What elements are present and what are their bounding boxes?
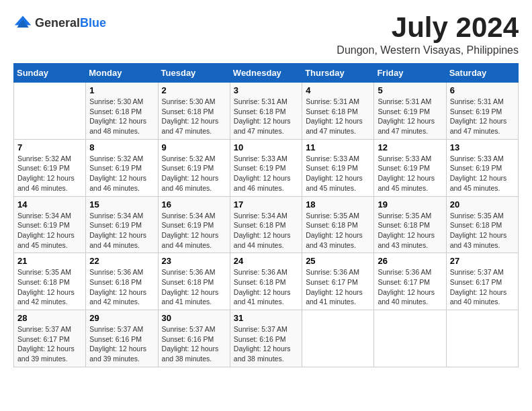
day-info: Sunrise: 5:34 AMSunset: 6:18 PMDaylight:… xyxy=(234,211,298,250)
day-info: Sunrise: 5:31 AMSunset: 6:18 PMDaylight:… xyxy=(234,97,298,136)
calendar-cell xyxy=(14,83,86,140)
calendar-cell: 27Sunrise: 5:37 AMSunset: 6:17 PMDayligh… xyxy=(446,253,518,310)
location-title: Dungon, Western Visayas, Philippines xyxy=(337,44,519,56)
day-number: 18 xyxy=(306,199,370,210)
day-number: 22 xyxy=(89,256,154,266)
calendar-cell: 8Sunrise: 5:32 AMSunset: 6:19 PMDaylight… xyxy=(86,139,158,196)
logo-text-general: General xyxy=(35,16,80,30)
day-info: Sunrise: 5:32 AMSunset: 6:19 PMDaylight:… xyxy=(17,154,82,193)
day-info: Sunrise: 5:34 AMSunset: 6:19 PMDaylight:… xyxy=(89,211,154,250)
logo-icon xyxy=(13,13,32,32)
day-number: 7 xyxy=(17,142,82,152)
calendar-cell: 7Sunrise: 5:32 AMSunset: 6:19 PMDaylight… xyxy=(14,139,86,196)
day-number: 29 xyxy=(89,313,154,323)
day-info: Sunrise: 5:33 AMSunset: 6:19 PMDaylight:… xyxy=(306,154,370,193)
weekday-header-sunday: Sunday xyxy=(14,64,86,83)
calendar-cell: 19Sunrise: 5:35 AMSunset: 6:18 PMDayligh… xyxy=(374,196,446,253)
calendar-cell: 11Sunrise: 5:33 AMSunset: 6:19 PMDayligh… xyxy=(302,139,374,196)
calendar-cell xyxy=(446,310,518,367)
logo-text-blue: Blue xyxy=(80,16,106,30)
day-info: Sunrise: 5:31 AMSunset: 6:18 PMDaylight:… xyxy=(306,97,370,136)
day-number: 15 xyxy=(89,199,154,210)
day-number: 17 xyxy=(234,199,298,210)
calendar-cell: 12Sunrise: 5:33 AMSunset: 6:19 PMDayligh… xyxy=(374,139,446,196)
day-number: 20 xyxy=(450,199,515,210)
calendar-cell: 18Sunrise: 5:35 AMSunset: 6:18 PMDayligh… xyxy=(302,196,374,253)
day-info: Sunrise: 5:35 AMSunset: 6:18 PMDaylight:… xyxy=(17,267,82,307)
day-number: 10 xyxy=(234,142,298,152)
calendar-table: SundayMondayTuesdayWednesdayThursdayFrid… xyxy=(13,63,519,367)
page-header: GeneralBlue July 2024 Dungon, Western Vi… xyxy=(13,13,519,56)
day-number: 19 xyxy=(378,199,442,210)
day-number: 12 xyxy=(378,142,442,152)
weekday-header-friday: Friday xyxy=(374,64,446,83)
day-number: 11 xyxy=(306,142,370,152)
title-area: July 2024 Dungon, Western Visayas, Phili… xyxy=(337,13,519,56)
day-info: Sunrise: 5:32 AMSunset: 6:19 PMDaylight:… xyxy=(162,154,226,193)
day-number: 3 xyxy=(234,85,298,95)
day-info: Sunrise: 5:32 AMSunset: 6:19 PMDaylight:… xyxy=(89,154,154,193)
day-info: Sunrise: 5:33 AMSunset: 6:19 PMDaylight:… xyxy=(234,154,298,193)
day-number: 4 xyxy=(306,85,370,95)
day-info: Sunrise: 5:36 AMSunset: 6:18 PMDaylight:… xyxy=(89,267,154,307)
calendar-cell: 9Sunrise: 5:32 AMSunset: 6:19 PMDaylight… xyxy=(158,139,230,196)
calendar-cell: 20Sunrise: 5:35 AMSunset: 6:18 PMDayligh… xyxy=(446,196,518,253)
calendar-cell: 4Sunrise: 5:31 AMSunset: 6:18 PMDaylight… xyxy=(302,83,374,140)
day-number: 2 xyxy=(162,85,226,95)
weekday-header-row: SundayMondayTuesdayWednesdayThursdayFrid… xyxy=(14,64,519,83)
day-info: Sunrise: 5:34 AMSunset: 6:19 PMDaylight:… xyxy=(17,211,82,250)
day-number: 27 xyxy=(450,256,515,266)
calendar-cell xyxy=(374,310,446,367)
day-number: 16 xyxy=(162,199,226,210)
calendar-cell: 2Sunrise: 5:30 AMSunset: 6:18 PMDaylight… xyxy=(158,83,230,140)
day-number: 13 xyxy=(450,142,515,152)
day-info: Sunrise: 5:37 AMSunset: 6:17 PMDaylight:… xyxy=(450,267,515,307)
day-info: Sunrise: 5:36 AMSunset: 6:17 PMDaylight:… xyxy=(306,267,370,307)
day-number: 26 xyxy=(378,256,442,266)
day-info: Sunrise: 5:37 AMSunset: 6:16 PMDaylight:… xyxy=(89,324,154,364)
day-info: Sunrise: 5:37 AMSunset: 6:17 PMDaylight:… xyxy=(17,324,82,364)
day-number: 5 xyxy=(378,85,442,95)
calendar-cell: 23Sunrise: 5:36 AMSunset: 6:18 PMDayligh… xyxy=(158,253,230,310)
day-number: 1 xyxy=(89,85,154,95)
calendar-week-row: 21Sunrise: 5:35 AMSunset: 6:18 PMDayligh… xyxy=(14,253,519,310)
calendar-cell xyxy=(302,310,374,367)
day-info: Sunrise: 5:31 AMSunset: 6:19 PMDaylight:… xyxy=(450,97,515,136)
calendar-cell: 6Sunrise: 5:31 AMSunset: 6:19 PMDaylight… xyxy=(446,83,518,140)
calendar-cell: 28Sunrise: 5:37 AMSunset: 6:17 PMDayligh… xyxy=(14,310,86,367)
day-info: Sunrise: 5:35 AMSunset: 6:18 PMDaylight:… xyxy=(450,211,515,250)
calendar-cell: 21Sunrise: 5:35 AMSunset: 6:18 PMDayligh… xyxy=(14,253,86,310)
day-info: Sunrise: 5:36 AMSunset: 6:18 PMDaylight:… xyxy=(234,267,298,307)
day-number: 24 xyxy=(234,256,298,266)
calendar-cell: 22Sunrise: 5:36 AMSunset: 6:18 PMDayligh… xyxy=(86,253,158,310)
calendar-week-row: 14Sunrise: 5:34 AMSunset: 6:19 PMDayligh… xyxy=(14,196,519,253)
weekday-header-tuesday: Tuesday xyxy=(158,64,230,83)
day-number: 6 xyxy=(450,85,515,95)
calendar-week-row: 28Sunrise: 5:37 AMSunset: 6:17 PMDayligh… xyxy=(14,310,519,367)
calendar-cell: 17Sunrise: 5:34 AMSunset: 6:18 PMDayligh… xyxy=(230,196,302,253)
day-number: 25 xyxy=(306,256,370,266)
day-info: Sunrise: 5:33 AMSunset: 6:19 PMDaylight:… xyxy=(378,154,442,193)
day-number: 31 xyxy=(234,313,298,323)
month-title: July 2024 xyxy=(337,13,519,42)
day-number: 14 xyxy=(17,199,82,210)
day-info: Sunrise: 5:30 AMSunset: 6:18 PMDaylight:… xyxy=(162,97,226,136)
day-info: Sunrise: 5:36 AMSunset: 6:17 PMDaylight:… xyxy=(378,267,442,307)
logo: GeneralBlue xyxy=(13,13,106,32)
day-number: 28 xyxy=(17,313,82,323)
weekday-header-monday: Monday xyxy=(86,64,158,83)
calendar-cell: 13Sunrise: 5:33 AMSunset: 6:19 PMDayligh… xyxy=(446,139,518,196)
day-info: Sunrise: 5:37 AMSunset: 6:16 PMDaylight:… xyxy=(162,324,226,364)
calendar-cell: 31Sunrise: 5:37 AMSunset: 6:16 PMDayligh… xyxy=(230,310,302,367)
calendar-cell: 29Sunrise: 5:37 AMSunset: 6:16 PMDayligh… xyxy=(86,310,158,367)
calendar-week-row: 1Sunrise: 5:30 AMSunset: 6:18 PMDaylight… xyxy=(14,83,519,140)
calendar-week-row: 7Sunrise: 5:32 AMSunset: 6:19 PMDaylight… xyxy=(14,139,519,196)
calendar-cell: 14Sunrise: 5:34 AMSunset: 6:19 PMDayligh… xyxy=(14,196,86,253)
day-number: 9 xyxy=(162,142,226,152)
calendar-cell: 10Sunrise: 5:33 AMSunset: 6:19 PMDayligh… xyxy=(230,139,302,196)
calendar-cell: 3Sunrise: 5:31 AMSunset: 6:18 PMDaylight… xyxy=(230,83,302,140)
day-info: Sunrise: 5:35 AMSunset: 6:18 PMDaylight:… xyxy=(378,211,442,250)
day-number: 8 xyxy=(89,142,154,152)
calendar-cell: 30Sunrise: 5:37 AMSunset: 6:16 PMDayligh… xyxy=(158,310,230,367)
day-info: Sunrise: 5:37 AMSunset: 6:16 PMDaylight:… xyxy=(234,324,298,364)
